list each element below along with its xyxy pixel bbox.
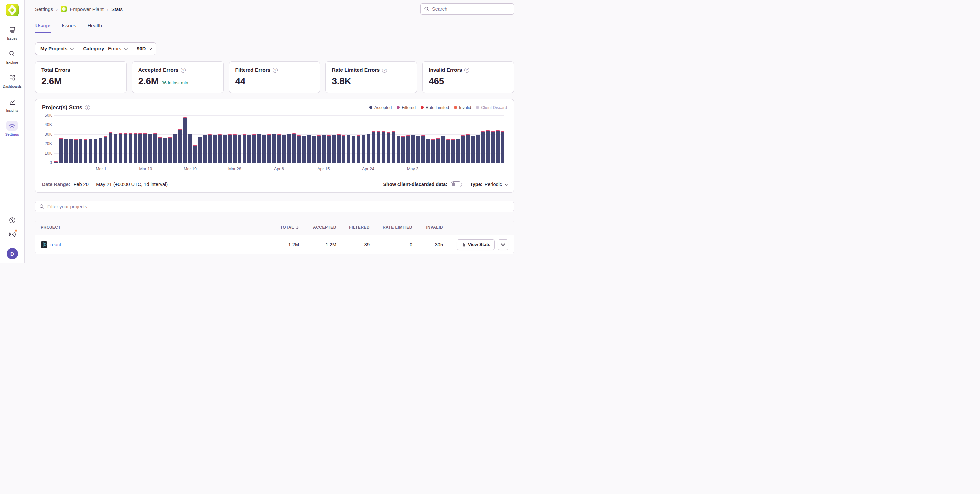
chart-bar[interactable] [253,134,256,163]
chart-bar[interactable] [129,133,132,163]
chart-bar[interactable] [178,129,182,163]
chart-bar[interactable] [297,135,301,163]
global-search[interactable] [420,3,514,15]
col-filtered[interactable]: FILTERED [336,225,370,229]
breadcrumb-settings[interactable]: Settings [35,6,53,12]
chart-bar[interactable] [208,134,212,163]
chart-bar[interactable] [411,135,415,163]
chart-bar[interactable] [436,138,440,163]
chart-bar[interactable] [392,131,395,163]
sidebar-item-insights[interactable]: Insights [6,97,18,112]
chart-bar[interactable] [491,131,495,163]
chart-bar[interactable] [401,136,405,163]
chart-bar[interactable] [218,134,221,163]
chart-bar[interactable] [337,134,341,163]
tab-usage[interactable]: Usage [35,20,51,33]
chart-bar[interactable] [451,139,455,163]
chart-bar[interactable] [272,134,276,163]
chart-bar[interactable] [64,139,68,163]
chart-bar[interactable] [258,134,261,163]
col-accepted[interactable]: ACCEPTED [299,225,336,229]
chart-bar[interactable] [228,134,232,163]
chart-bar[interactable] [267,134,271,163]
chart-bar[interactable] [168,137,172,163]
chart-bar[interactable] [277,134,281,163]
chart-bar[interactable] [312,135,316,163]
client-discard-toggle[interactable] [451,181,462,187]
user-avatar[interactable]: D [7,248,18,259]
chart-bar[interactable] [84,139,87,163]
legend-rate-limited[interactable]: Rate Limited [421,105,449,110]
chart-bar[interactable] [94,139,97,163]
info-icon[interactable]: ? [85,105,90,110]
chart-bar[interactable] [99,138,102,163]
chart-bar[interactable] [377,131,380,163]
chart-bar[interactable] [446,139,450,163]
chart-bar[interactable] [476,135,480,163]
chart-bar[interactable] [158,137,162,163]
chart-bar[interactable] [327,135,331,163]
chart-bar[interactable] [456,139,460,163]
chart-bar[interactable] [426,139,430,163]
chart-bar[interactable] [143,133,147,163]
project-settings-button[interactable] [498,239,508,250]
chart-bar[interactable] [242,134,246,163]
chart-bar[interactable] [203,135,207,163]
chart-bar[interactable] [332,135,336,163]
chart-bar[interactable] [54,161,57,163]
chart-bar[interactable] [441,135,445,163]
chart-bar[interactable] [173,134,177,163]
chart-bar[interactable] [223,135,226,163]
chart-bar[interactable] [89,139,92,163]
chart-bar[interactable] [416,135,420,163]
chart-bar[interactable] [431,139,435,163]
chart-bar[interactable] [342,135,346,163]
chart-bar[interactable] [213,135,216,163]
chart-bar[interactable] [347,135,350,163]
info-icon[interactable]: ? [465,68,469,73]
chart-bar[interactable] [233,134,237,163]
breadcrumb-org[interactable]: Empower Plant [70,6,103,12]
chart-bar[interactable] [193,145,197,163]
chart-bar[interactable] [422,135,425,163]
chart-bar[interactable] [362,135,366,163]
chart-bar[interactable] [382,131,385,163]
col-rate-limited[interactable]: RATE LIMITED [370,225,412,229]
chart-bar[interactable] [372,131,375,163]
chart-bar[interactable] [183,117,187,163]
category-selector[interactable]: Category: Errors [78,43,132,55]
tab-issues[interactable]: Issues [61,20,76,33]
chart-bar[interactable] [466,134,470,163]
info-icon[interactable]: ? [382,68,387,73]
project-selector[interactable]: My Projects [35,43,78,55]
chart-bar[interactable] [79,139,83,163]
chart-bar[interactable] [103,136,107,163]
chart-bar[interactable] [163,138,167,163]
chart-bar[interactable] [367,134,371,163]
broadcasts-icon[interactable] [8,230,17,239]
project-filter-input[interactable] [47,204,510,209]
chart-bar[interactable] [471,135,475,163]
chart-bar[interactable] [153,133,157,163]
sidebar-item-dashboards[interactable]: Dashboards [3,73,22,88]
chart-bar[interactable] [262,135,266,163]
view-stats-button[interactable]: View Stats [457,239,495,250]
chart-bar[interactable] [188,134,191,163]
help-icon[interactable] [8,216,17,225]
period-selector[interactable]: 90D [132,43,156,55]
chart-bar[interactable] [397,135,400,163]
chart-bar[interactable] [238,135,242,163]
col-invalid[interactable]: INVALID [412,225,443,229]
project-filter[interactable] [35,201,514,212]
chart-bar[interactable] [119,133,122,163]
chart-bar[interactable] [496,130,500,163]
legend-filtered[interactable]: Filtered [397,105,416,110]
chart-bar[interactable] [317,135,321,163]
chart-bar[interactable] [248,135,251,163]
chart-bar[interactable] [486,130,490,163]
chart-bar[interactable] [387,132,390,163]
chart-bar[interactable] [59,138,63,163]
chart-bar[interactable] [406,135,410,163]
legend-client-discard[interactable]: Client Discard [476,105,507,110]
chart-bar[interactable] [293,133,296,163]
